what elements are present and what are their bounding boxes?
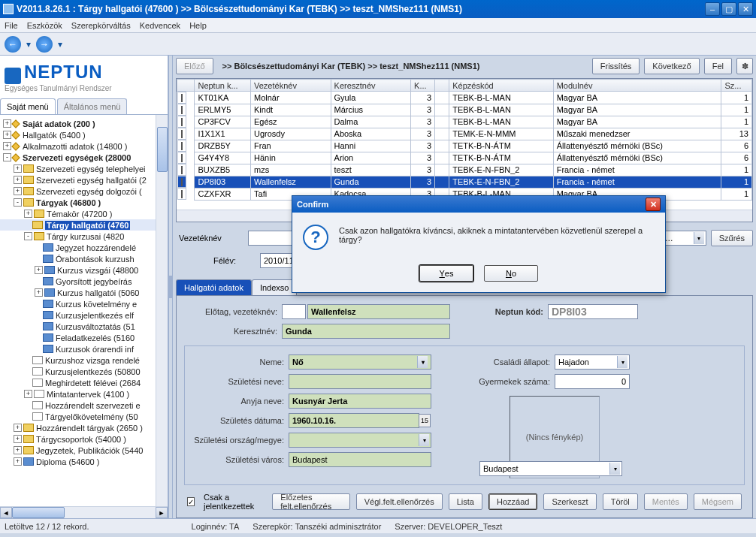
expand-icon[interactable]: + bbox=[3, 142, 11, 150]
edit-button[interactable]: Szerkeszt bbox=[543, 493, 596, 510]
table-row[interactable]: DRZB5YFranHanni3TETK-B-N-ÁTMÁllattenyész… bbox=[177, 140, 752, 152]
firstname-value[interactable]: Gunda bbox=[282, 324, 450, 339]
tree-node[interactable]: +Diploma (54600 ) bbox=[0, 456, 168, 467]
table-row[interactable]: DP8I03WallenfelszGunda3TEBK-E-N-FBN_2Fra… bbox=[177, 176, 752, 188]
calendar-icon[interactable]: 15 bbox=[419, 414, 431, 427]
tree-node[interactable]: Hozzárendelt szervezeti e bbox=[0, 400, 168, 411]
only-applied-checkbox[interactable]: ✓ bbox=[187, 497, 195, 506]
col-header[interactable]: Keresztnév bbox=[331, 80, 411, 92]
tree-node[interactable]: Feladatkezelés (5160 bbox=[0, 332, 168, 343]
tree-node[interactable]: +Saját adatok (200 ) bbox=[0, 118, 168, 129]
nav-back-dropdown[interactable]: ▾ bbox=[24, 36, 33, 53]
tools-icon[interactable]: ✽ bbox=[736, 58, 753, 74]
col-header[interactable]: Modulnév bbox=[553, 80, 721, 92]
save-button[interactable]: Mentés bbox=[644, 493, 688, 510]
expand-icon[interactable]: + bbox=[35, 288, 43, 297]
row-checkbox[interactable] bbox=[181, 118, 183, 126]
expand-icon[interactable]: + bbox=[24, 210, 32, 218]
next-button[interactable]: Következő bbox=[644, 58, 699, 74]
mother-name-input[interactable]: Kusnyár Jerta bbox=[289, 394, 431, 409]
expand-icon[interactable]: + bbox=[35, 266, 43, 274]
tree-node[interactable]: -Tárgy kurzusai (4820 bbox=[0, 231, 168, 242]
expand-icon[interactable]: - bbox=[14, 198, 22, 207]
prefix-input[interactable] bbox=[282, 304, 306, 319]
nav-back-button[interactable]: ← bbox=[5, 36, 21, 53]
children-input[interactable]: 0 bbox=[555, 374, 630, 389]
tree-node[interactable]: Kurzushoz vizsga rendelé bbox=[0, 354, 168, 366]
expand-icon[interactable]: + bbox=[24, 390, 32, 398]
birth-country-select[interactable]: ▾ bbox=[289, 433, 431, 448]
tree-node[interactable]: Kurzusjelentkezés (50800 bbox=[0, 366, 168, 377]
row-checkbox[interactable] bbox=[181, 154, 183, 162]
dialog-no-button[interactable]: No bbox=[484, 265, 538, 282]
row-checkbox[interactable] bbox=[181, 166, 183, 174]
finalcheck-button[interactable]: Végl.felt.ellenőrzés bbox=[356, 493, 443, 510]
row-checkbox[interactable] bbox=[181, 106, 183, 114]
tree-node[interactable]: Kurzusjelentkezés elf bbox=[0, 309, 168, 321]
row-checkbox[interactable] bbox=[181, 178, 183, 186]
delete-button[interactable]: Töröl bbox=[603, 493, 638, 510]
filter-op-select[interactable]: …▾ bbox=[661, 231, 706, 246]
table-row[interactable]: G4Y4Y8HäninArion3TETK-B-N-ÁTMÁllattenyés… bbox=[177, 152, 752, 164]
tree-node[interactable]: Kurzusok órarendi inf bbox=[0, 343, 168, 354]
table-row[interactable]: KT01KAMolnárGyula3TEBK-B-L-MANMagyar BA1 bbox=[177, 92, 752, 104]
col-header[interactable]: Vezetéknév bbox=[251, 80, 331, 92]
tree-node[interactable]: Kurzus követelmény e bbox=[0, 298, 168, 309]
expand-icon[interactable]: - bbox=[3, 153, 11, 161]
sex-select[interactable]: Nő▾ bbox=[289, 354, 431, 370]
row-checkbox[interactable] bbox=[181, 190, 183, 198]
tab-general-menu[interactable]: Általános menü bbox=[57, 98, 128, 114]
tree-node[interactable]: +Témakör (47200 ) bbox=[0, 208, 168, 219]
nav-forward-button[interactable]: → bbox=[36, 36, 53, 53]
tree-node[interactable]: +Szervezeti egység hallgatói (2 bbox=[0, 174, 168, 186]
up-button[interactable]: Fel bbox=[704, 58, 732, 74]
cancel-button[interactable]: Mégsem bbox=[694, 493, 742, 510]
expand-icon[interactable]: + bbox=[14, 457, 22, 466]
dialog-close-button[interactable]: ✕ bbox=[646, 198, 661, 211]
menu-szerepkörváltás[interactable]: Szerepkörváltás bbox=[71, 21, 131, 30]
tree-node[interactable]: Tárgy hallgatói (4760 bbox=[0, 219, 168, 231]
tree-node[interactable]: Kurzusváltoztatás (51 bbox=[0, 321, 168, 332]
expand-icon[interactable]: + bbox=[14, 187, 22, 195]
tree-node[interactable]: +Hallgatók (5400 ) bbox=[0, 129, 168, 140]
tree-node[interactable]: -Tárgyak (46800 ) bbox=[0, 197, 168, 208]
col-header[interactable]: Képzéskód bbox=[449, 80, 554, 92]
table-row[interactable]: I1X1X1UgrosdyAboska3TEMK-E-N-MMMMűszaki … bbox=[177, 128, 752, 140]
table-row[interactable]: BUXZB5mzsteszt3TEBK-E-N-FBN_2Francia - n… bbox=[177, 164, 752, 176]
birthname-input[interactable] bbox=[289, 374, 431, 389]
refresh-button[interactable]: Frissítés bbox=[592, 58, 640, 74]
table-row[interactable]: ERLMY5KindtMárcius3TEBK-B-L-MANMagyar BA… bbox=[177, 104, 752, 116]
subtab[interactable]: Indexso bbox=[252, 279, 298, 295]
expand-icon[interactable]: + bbox=[14, 424, 22, 432]
tree-node[interactable]: +Szervezeti egység telephelyei bbox=[0, 163, 168, 174]
minimize-button[interactable]: – bbox=[705, 2, 720, 16]
tab-own-menu[interactable]: Saját menü bbox=[0, 98, 56, 114]
tree-node[interactable]: +Alkalmazotti adatok (14800 ) bbox=[0, 140, 168, 152]
tree-node[interactable]: Meghirdetett félévei (2684 bbox=[0, 377, 168, 388]
row-checkbox[interactable] bbox=[181, 130, 183, 138]
menu-file[interactable]: File bbox=[5, 21, 18, 30]
birthdate-input[interactable]: 1960.10.16. bbox=[289, 413, 419, 428]
row-checkbox[interactable] bbox=[181, 94, 183, 102]
expand-icon[interactable]: + bbox=[14, 176, 22, 184]
marital-select[interactable]: Hajadon▾ bbox=[555, 354, 630, 370]
filter-button[interactable]: Szűrés bbox=[711, 230, 753, 246]
col-header[interactable]: Neptun k... bbox=[195, 80, 251, 92]
tree-node[interactable]: +Mintatantervek (4100 ) bbox=[0, 388, 168, 400]
col-header[interactable]: K... bbox=[411, 80, 435, 92]
expand-icon[interactable]: + bbox=[14, 435, 22, 443]
nav-tree[interactable]: +Saját adatok (200 )+Hallgatók (5400 )+A… bbox=[0, 115, 168, 506]
maximize-button[interactable]: ▢ bbox=[721, 2, 736, 16]
menu-help[interactable]: Help bbox=[189, 21, 207, 30]
tree-node[interactable]: Órabontások kurzush bbox=[0, 253, 168, 264]
tree-node[interactable]: -Szervezeti egységek (28000 bbox=[0, 152, 168, 163]
tree-node[interactable]: Gyorsított jegybeírás bbox=[0, 276, 168, 287]
expand-icon[interactable]: + bbox=[14, 164, 22, 173]
tree-node[interactable]: +Jegyzetek, Publikációk (5440 bbox=[0, 445, 168, 456]
precheck-button[interactable]: Előzetes felt.ellenőrzés bbox=[272, 493, 349, 510]
col-header[interactable] bbox=[435, 80, 449, 92]
expand-icon[interactable]: + bbox=[14, 446, 22, 454]
tree-node[interactable]: Jegyzet hozzárendelé bbox=[0, 242, 168, 253]
lastname-value[interactable]: Wallenfelsz bbox=[307, 304, 450, 319]
tree-scrollbar[interactable] bbox=[156, 115, 168, 506]
